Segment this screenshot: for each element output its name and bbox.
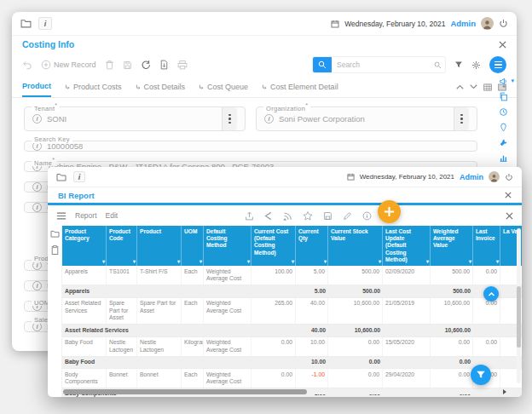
panel-caret-icon[interactable]: ▾ — [511, 78, 514, 84]
export-icon[interactable] — [245, 211, 254, 221]
user-name[interactable]: Admin — [460, 173, 483, 181]
table-row[interactable]: Baby FoodNestle LactogenNestle LactogenK… — [62, 337, 522, 357]
organization-more-button[interactable] — [454, 107, 469, 130]
vertical-scrollbar-thumb[interactable] — [517, 286, 521, 348]
announcement-icon[interactable] — [499, 77, 508, 86]
column-header-6[interactable]: Current Qty▾ — [296, 226, 328, 266]
share-icon[interactable] — [264, 211, 273, 221]
cell — [383, 325, 431, 336]
tenant-field[interactable]: Tenant* i SONI — [24, 106, 246, 131]
sort-arrow-icon[interactable]: ▾ — [247, 259, 250, 266]
clipboard-icon[interactable] — [51, 245, 59, 255]
chevron-up-icon[interactable] — [456, 84, 464, 89]
tab-cost-queue[interactable]: Cost Queue — [199, 77, 248, 97]
export-document-icon[interactable] — [159, 60, 169, 70]
search-input[interactable] — [332, 57, 434, 72]
menu-edit[interactable]: Edit — [106, 211, 119, 220]
refresh-icon[interactable] — [141, 60, 151, 70]
scroll-right-arrow[interactable] — [503, 389, 506, 394]
group-summary-row[interactable]: Apparels5.00500.00500.00 — [62, 285, 522, 297]
column-header-7[interactable]: Current Stock Value▾ — [328, 226, 383, 266]
close-report-icon[interactable] — [506, 212, 513, 220]
table-row[interactable]: Asset Related ServicesSpare Part for Ass… — [62, 298, 522, 325]
menu-toggle-button[interactable] — [489, 56, 506, 73]
info-icon[interactable]: i — [73, 171, 85, 182]
search-magnifier-icon[interactable] — [434, 61, 442, 69]
filter-icon[interactable] — [454, 60, 463, 69]
table-row[interactable]: ApparelsTS1001T-Shirt F/SEachWeighted Av… — [62, 266, 522, 285]
column-header-8[interactable]: Last Cost Update (Default Costing Method… — [383, 226, 431, 266]
save-icon[interactable] — [123, 60, 132, 70]
cell: 0.00 — [252, 337, 296, 356]
close-icon[interactable] — [499, 41, 506, 49]
tab-cost-details[interactable]: Cost Details — [136, 77, 186, 97]
tab-product[interactable]: Product — [22, 77, 51, 97]
power-icon[interactable] — [499, 19, 508, 28]
edit-pencil-icon[interactable] — [343, 211, 352, 221]
search-icon[interactable] — [313, 56, 332, 73]
horizontal-scrollbar-track[interactable] — [63, 389, 498, 394]
chart-icon[interactable] — [499, 153, 508, 163]
info-icon[interactable]: i — [38, 17, 52, 30]
star-icon[interactable] — [303, 211, 313, 221]
hamburger-icon[interactable] — [56, 212, 66, 220]
undo-icon[interactable] — [22, 60, 32, 70]
scroll-to-top-button[interactable] — [483, 286, 499, 302]
sort-arrow-icon[interactable]: ▾ — [200, 259, 202, 266]
menu-report[interactable]: Report — [75, 211, 97, 220]
sort-arrow-icon[interactable]: ▾ — [324, 259, 327, 266]
pin-icon[interactable] — [499, 123, 508, 132]
sort-arrow-icon[interactable]: ▾ — [426, 259, 429, 266]
sort-arrow-icon[interactable]: ▾ — [292, 259, 294, 266]
folder-icon[interactable] — [20, 19, 32, 28]
sort-arrow-icon[interactable]: ▾ — [496, 259, 499, 266]
column-header-1[interactable]: Product Code▾ — [107, 226, 137, 266]
sort-arrow-icon[interactable]: ▾ — [102, 259, 105, 266]
tenant-more-button[interactable] — [222, 107, 237, 130]
avatar[interactable] — [481, 17, 494, 30]
sort-arrow-icon[interactable]: ▾ — [469, 259, 471, 266]
column-header-3[interactable]: UOM▾ — [182, 226, 204, 266]
filter-fab-button[interactable] — [471, 365, 491, 385]
print-icon[interactable] — [177, 60, 188, 70]
column-header-4[interactable]: Default Costing Method▾ — [204, 226, 252, 266]
horizontal-scrollbar-thumb[interactable] — [63, 389, 307, 394]
new-record-button[interactable]: New Record — [41, 60, 96, 70]
tab-cost-element-detail[interactable]: Cost Element Detail — [262, 77, 338, 97]
search-key-field[interactable]: Search Key i 10000058 — [24, 141, 477, 152]
group-summary-row[interactable]: Asset Related Services40.0010,600.0010,6… — [62, 325, 522, 336]
bi-table-header-row: Product Category▾Product Code▾Product▾UO… — [62, 226, 522, 266]
rss-icon[interactable] — [283, 211, 292, 221]
sort-arrow-icon[interactable]: ▾ — [133, 259, 136, 266]
avatar[interactable] — [489, 171, 500, 182]
column-header-0[interactable]: Product Category▾ — [62, 226, 107, 266]
sort-arrow-icon[interactable]: ▾ — [379, 259, 381, 266]
user-name[interactable]: Admin — [450, 19, 476, 28]
sort-arrow-icon[interactable]: ▾ — [177, 259, 180, 266]
column-header-9[interactable]: Weighted Average Value▾ — [431, 226, 473, 266]
tab-product-costs[interactable]: Product Costs — [65, 77, 122, 97]
group-summary-row[interactable]: Baby Food10.000.000.00 — [62, 357, 522, 369]
history-icon[interactable] — [499, 107, 508, 117]
delete-icon[interactable] — [105, 60, 114, 70]
column-header-10[interactable]: Last Invoice▾ — [473, 226, 500, 266]
column-header-2[interactable]: Product▾ — [137, 226, 182, 266]
power-icon[interactable] — [505, 173, 513, 181]
cell: 10,600.00 — [328, 298, 383, 324]
wrench-icon[interactable] — [499, 138, 508, 147]
cell — [252, 325, 296, 336]
chevron-down-icon[interactable] — [470, 84, 477, 89]
info-circle-icon[interactable] — [362, 211, 372, 221]
table-row[interactable]: Body ComponentsBonnetBonnetEachWeighted … — [62, 369, 522, 388]
save-icon[interactable] — [323, 211, 332, 221]
gear-icon[interactable] — [471, 60, 481, 70]
folder-icon[interactable] — [50, 230, 60, 238]
organization-field[interactable]: Organization* i Soni Power Corporation — [256, 106, 477, 131]
folder-icon[interactable] — [56, 173, 66, 181]
column-header-5[interactable]: Current Cost (Default Costing Method)▾ — [252, 226, 296, 266]
add-button[interactable] — [378, 200, 401, 223]
copy-icon[interactable] — [499, 92, 508, 101]
cell: 0.00 — [431, 337, 473, 356]
close-icon[interactable] — [505, 192, 512, 198]
grid-view-icon[interactable] — [483, 83, 492, 91]
